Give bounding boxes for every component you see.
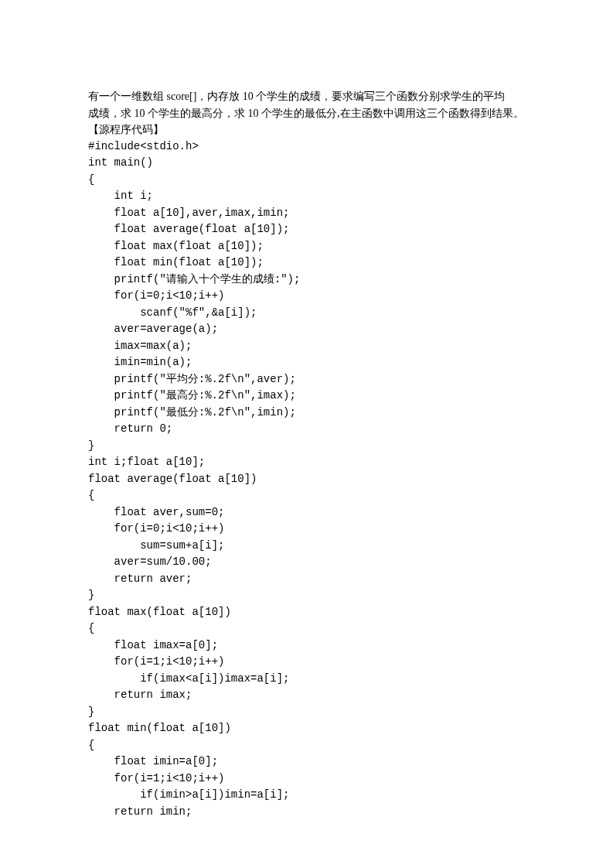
code-line: float aver,sum=0; xyxy=(88,504,543,521)
code-line: return 0; xyxy=(88,421,543,438)
problem-text-line1: 有一个一维数组 score[]，内存放 10 个学生的成绩，要求编写三个函数分别… xyxy=(88,88,543,105)
code-line: printf("平均分:%.2f\n",aver); xyxy=(88,371,543,388)
code-line: printf("请输入十个学生的成绩:"); xyxy=(88,272,543,289)
code-line: { xyxy=(88,620,543,637)
code-line: return imin; xyxy=(88,804,543,821)
code-line: #include<stdio.h> xyxy=(88,138,543,155)
code-line: imax=max(a); xyxy=(88,338,543,355)
code-line: { xyxy=(88,487,543,504)
code-line: imin=min(a); xyxy=(88,354,543,371)
code-line: float max(float a[10]) xyxy=(88,604,543,621)
code-line: int main() xyxy=(88,155,543,172)
code-line: sum=sum+a[i]; xyxy=(88,538,543,555)
code-line: printf("最高分:%.2f\n",imax); xyxy=(88,388,543,405)
code-line: if(imax<a[i])imax=a[i]; xyxy=(88,671,543,688)
code-line: } xyxy=(88,438,543,455)
code-line: int i; xyxy=(88,188,543,205)
code-line: float max(float a[10]); xyxy=(88,238,543,255)
code-line: return imax; xyxy=(88,687,543,704)
code-line: for(i=1;i<10;i++) xyxy=(88,771,543,788)
source-code-label: 【源程序代码】 xyxy=(88,121,543,138)
code-line: float a[10],aver,imax,imin; xyxy=(88,205,543,222)
code-line: if(imin>a[i])imin=a[i]; xyxy=(88,787,543,804)
code-line: } xyxy=(88,587,543,604)
code-line: return aver; xyxy=(88,571,543,588)
code-line: float min(float a[10]); xyxy=(88,255,543,272)
code-line: for(i=1;i<10;i++) xyxy=(88,654,543,671)
code-line: float min(float a[10]) xyxy=(88,720,543,737)
code-line: for(i=0;i<10;i++) xyxy=(88,288,543,305)
code-block: #include<stdio.h>int main(){ int i; floa… xyxy=(88,138,543,821)
code-line: { xyxy=(88,172,543,189)
code-line: float imax=a[0]; xyxy=(88,637,543,654)
code-line: float average(float a[10]); xyxy=(88,221,543,238)
code-line: printf("最低分:%.2f\n",imin); xyxy=(88,405,543,422)
code-line: float imin=a[0]; xyxy=(88,754,543,771)
code-line: scanf("%f",&a[i]); xyxy=(88,305,543,322)
code-line: { xyxy=(88,737,543,754)
code-line: aver=sum/10.00; xyxy=(88,554,543,571)
document-page: 有一个一维数组 score[]，内存放 10 个学生的成绩，要求编写三个函数分别… xyxy=(0,0,613,820)
code-line: float average(float a[10]) xyxy=(88,471,543,488)
code-line: aver=average(a); xyxy=(88,321,543,338)
code-line: int i;float a[10]; xyxy=(88,454,543,471)
code-line: for(i=0;i<10;i++) xyxy=(88,521,543,538)
problem-text-line2: 成绩，求 10 个学生的最高分，求 10 个学生的最低分,在主函数中调用这三个函… xyxy=(88,105,543,122)
code-line: } xyxy=(88,704,543,721)
